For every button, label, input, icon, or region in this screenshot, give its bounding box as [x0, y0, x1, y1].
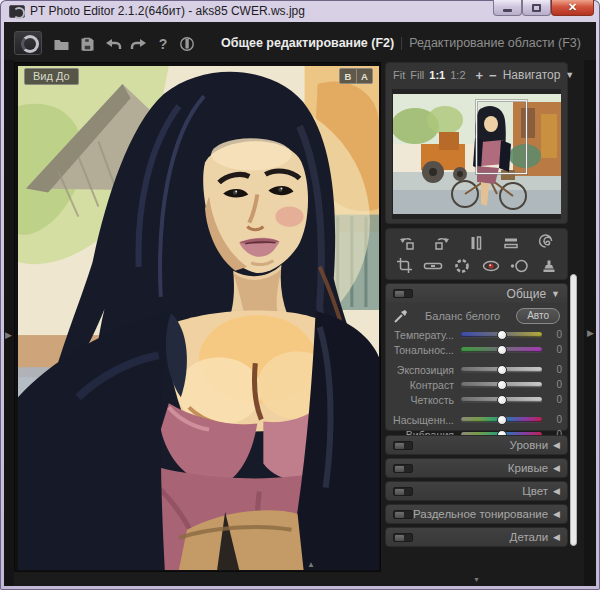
- slider-label: Четкость: [391, 394, 454, 406]
- slider-clarity: Четкость 0: [386, 392, 567, 407]
- color-toggle[interactable]: [393, 487, 413, 496]
- flip-vertical-button[interactable]: [500, 233, 522, 253]
- slider-label: Экспозиция: [391, 364, 454, 376]
- general-panel-header[interactable]: Общие ▼: [386, 284, 567, 303]
- color-expand-icon[interactable]: ◀: [553, 486, 560, 496]
- rotate-left-icon: [398, 234, 416, 252]
- navigator-thumbnail[interactable]: [392, 89, 561, 219]
- spot-removal-button[interactable]: [509, 256, 531, 276]
- white-balance-row: Баланс белого Авто: [386, 305, 567, 327]
- lens-button[interactable]: [451, 256, 473, 276]
- maximize-button[interactable]: [522, 0, 551, 16]
- slider-tint: Тональнос... 0: [386, 342, 567, 357]
- navigator-collapse-icon[interactable]: ▼: [565, 70, 574, 80]
- details-expand-icon[interactable]: ◀: [553, 532, 560, 542]
- bottom-panel-expand-icon[interactable]: ▲: [307, 560, 315, 569]
- slider-handle[interactable]: [497, 380, 507, 390]
- split-toning-expand-icon[interactable]: ◀: [553, 509, 560, 519]
- minimize-icon: [503, 9, 512, 12]
- navigator-title: Навигатор: [503, 68, 561, 82]
- general-panel-title: Общие: [507, 287, 546, 301]
- window-controls: ✕: [493, 0, 594, 16]
- zoom-in-button[interactable]: +: [476, 69, 484, 82]
- slider-track[interactable]: [461, 397, 542, 402]
- before-button[interactable]: B: [340, 69, 356, 83]
- crop-icon: [396, 257, 413, 274]
- right-panel-expand-icon[interactable]: ▶: [587, 328, 594, 338]
- tab-region-editing[interactable]: Редактирование области (F3): [402, 34, 588, 52]
- toggle-knob: [395, 512, 404, 518]
- flip-horizontal-button[interactable]: [465, 233, 487, 253]
- slider-track[interactable]: [461, 382, 542, 387]
- slider-value: 0: [549, 379, 562, 390]
- crop-button[interactable]: [393, 256, 415, 276]
- slider-contrast: Контраст 0: [386, 377, 567, 392]
- slider-handle[interactable]: [497, 365, 507, 375]
- straighten-button[interactable]: [422, 256, 444, 276]
- curves-expand-icon[interactable]: ◀: [553, 463, 560, 473]
- red-eye-button[interactable]: [480, 256, 502, 276]
- tab-general-editing[interactable]: Общее редактирование (F2): [214, 34, 401, 52]
- panel-split-toning[interactable]: Раздельное тонирование ◀: [385, 504, 568, 524]
- slider-label: Контраст: [391, 379, 454, 391]
- zoom-out-button[interactable]: −: [489, 69, 497, 82]
- clone-stamp-button[interactable]: [538, 256, 560, 276]
- general-panel: Общие ▼ Баланс белого Авто Температу... …: [385, 283, 568, 431]
- titlebar[interactable]: PT Photo Editor 2.1.2(64бит) - aks85 CWE…: [0, 0, 600, 22]
- panel-levels[interactable]: Уровни ◀: [385, 435, 568, 455]
- slider-track[interactable]: [461, 347, 542, 352]
- flip-horizontal-icon: [467, 234, 485, 252]
- zoom-fill-button[interactable]: Fill: [410, 69, 424, 81]
- slider-handle[interactable]: [497, 395, 507, 405]
- scroll-down-hint-icon[interactable]: ▼: [385, 576, 568, 583]
- panel-color[interactable]: Цвет ◀: [385, 481, 568, 501]
- rotate-right-button[interactable]: [431, 233, 453, 253]
- slider-handle[interactable]: [497, 345, 507, 355]
- slider-label: Насыщенн...: [391, 414, 454, 426]
- navigator-header: Fit Fill 1:1 1:2 + − Навигатор ▼: [386, 63, 567, 87]
- toggle-knob: [395, 466, 404, 472]
- minimize-button[interactable]: [493, 0, 522, 16]
- toggle-knob: [395, 443, 404, 449]
- zoom-fit-button[interactable]: Fit: [393, 69, 405, 81]
- slider-handle[interactable]: [497, 415, 507, 425]
- eyedropper-icon[interactable]: [393, 308, 409, 324]
- before-after-toggle: B A: [339, 68, 373, 84]
- help-button[interactable]: ?: [152, 36, 174, 52]
- undo-button[interactable]: [100, 33, 126, 55]
- app-logo-button[interactable]: [14, 31, 42, 55]
- view-mode-badge[interactable]: Вид До: [24, 68, 79, 85]
- panel-scrollbar[interactable]: [570, 274, 577, 546]
- flip-vertical-icon: [502, 234, 520, 252]
- after-button[interactable]: A: [356, 69, 372, 83]
- app-content: ? Общее редактирование (F2) Редактирован…: [4, 22, 596, 586]
- curves-toggle[interactable]: [393, 464, 413, 473]
- slider-handle[interactable]: [497, 330, 507, 340]
- close-button[interactable]: ✕: [551, 0, 594, 16]
- general-panel-collapse-icon[interactable]: ▼: [551, 289, 560, 299]
- panel-curves[interactable]: Кривые ◀: [385, 458, 568, 478]
- redo-button[interactable]: [126, 33, 152, 55]
- app-window: PT Photo Editor 2.1.2(64бит) - aks85 CWE…: [0, 0, 600, 590]
- photo-canvas[interactable]: Вид До B A ▲: [14, 62, 381, 572]
- rotate-left-button[interactable]: [396, 233, 418, 253]
- info-button[interactable]: [174, 33, 200, 55]
- swirl-button[interactable]: [535, 233, 557, 253]
- split-toning-toggle[interactable]: [393, 510, 413, 519]
- white-balance-label: Баланс белого: [409, 310, 516, 322]
- slider-value: 0: [549, 329, 562, 340]
- save-button[interactable]: [74, 33, 100, 55]
- slider-track[interactable]: [461, 367, 542, 372]
- panel-details[interactable]: Детали ◀: [385, 527, 568, 547]
- zoom-1-1-button[interactable]: 1:1: [429, 69, 445, 81]
- slider-track[interactable]: [461, 332, 542, 337]
- general-panel-toggle[interactable]: [393, 289, 413, 298]
- zoom-1-2-button[interactable]: 1:2: [450, 69, 465, 81]
- details-toggle[interactable]: [393, 533, 413, 542]
- levels-toggle[interactable]: [393, 441, 413, 450]
- levels-expand-icon[interactable]: ◀: [553, 440, 560, 450]
- open-file-button[interactable]: [48, 33, 74, 55]
- slider-track[interactable]: [461, 417, 542, 422]
- left-panel-expand-icon[interactable]: ▶: [5, 330, 12, 340]
- auto-white-balance-button[interactable]: Авто: [516, 308, 560, 324]
